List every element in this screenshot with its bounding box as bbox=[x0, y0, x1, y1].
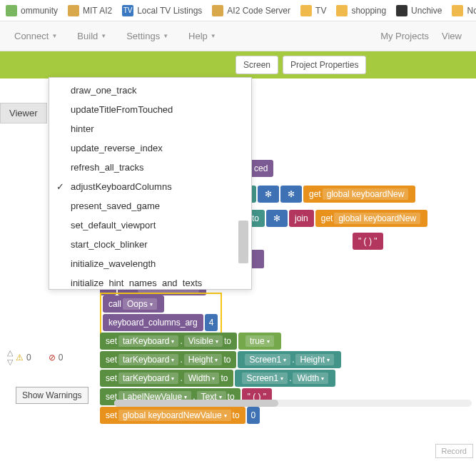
dropdown-list[interactable]: draw_one_track updateTitleFromTouched hi… bbox=[49, 81, 251, 286]
block-arg[interactable]: keyboard_columns_arg bbox=[103, 314, 203, 331]
bookmark-item[interactable]: No bbox=[452, 5, 476, 16]
menu-build[interactable]: Build ▼ bbox=[77, 31, 106, 41]
menu-help[interactable]: Help ▼ bbox=[188, 31, 216, 41]
dropdown-field[interactable]: Oops▾ bbox=[123, 298, 157, 310]
scrollbar-thumb[interactable] bbox=[114, 400, 278, 407]
dropdown-field[interactable]: Width▾ bbox=[293, 373, 328, 384]
dropdown-item[interactable]: draw_one_track bbox=[49, 81, 251, 100]
caret-down-icon: ▼ bbox=[211, 33, 216, 39]
highlighted-block-group[interactable]: call Oops▾ keyboard_columns_arg 4 bbox=[100, 293, 222, 335]
bookmark-item[interactable]: ommunity bbox=[6, 5, 58, 16]
menu-label: Build bbox=[77, 31, 98, 41]
folder-icon bbox=[336, 5, 348, 16]
bookmark-item[interactable]: AI2 Code Server bbox=[212, 5, 290, 16]
dropdown-item[interactable]: update_reverse_index bbox=[49, 138, 251, 158]
gear-icon[interactable]: ✻ bbox=[258, 186, 279, 203]
project-properties-button[interactable]: Project Properties bbox=[283, 56, 366, 74]
error-icon: ⊘ bbox=[49, 353, 56, 363]
dropdown-field[interactable]: global keyboardNewValue▾ bbox=[118, 410, 231, 421]
dropdown-item[interactable]: initialize_hint_names_and_texts bbox=[49, 273, 251, 286]
block-get[interactable]: get global keyboardNew bbox=[303, 186, 415, 203]
dropdown-item[interactable]: updateTitleFromTouched bbox=[49, 100, 251, 119]
block-string-literal[interactable]: " ( ) " bbox=[353, 233, 383, 250]
bookmark-label: AI2 Code Server bbox=[227, 6, 290, 16]
block-boolean[interactable]: true▾ bbox=[238, 333, 281, 350]
dropdown-field[interactable]: Height▾ bbox=[184, 354, 223, 365]
dropdown-field[interactable]: tarKeyboard▾ bbox=[118, 354, 178, 365]
dropdown-item[interactable]: present_saved_game bbox=[49, 196, 251, 216]
gear-icon[interactable]: ✻ bbox=[266, 210, 288, 227]
bookmark-label: ommunity bbox=[21, 6, 58, 16]
menu-connect[interactable]: Connect ▼ bbox=[14, 31, 57, 41]
bookmark-item[interactable]: Unchive bbox=[396, 5, 442, 16]
warning-icon: ⚠ bbox=[16, 353, 24, 363]
bookmark-item[interactable]: shopping bbox=[336, 5, 386, 16]
block-set[interactable]: set tarKeyboard▾. Height▾ to bbox=[100, 351, 236, 368]
block-stub[interactable]: ced bbox=[248, 160, 273, 177]
procedure-dropdown: draw_one_track updateTitleFromTouched hi… bbox=[49, 77, 252, 290]
dropdown-field[interactable]: Width▾ bbox=[184, 373, 220, 384]
bookmark-label: TV bbox=[315, 6, 326, 16]
arrow-down-icon[interactable]: ▽ bbox=[7, 358, 13, 367]
menu-label: Connect bbox=[14, 31, 49, 41]
bookmark-label: Local TV Listings bbox=[137, 6, 202, 16]
ai2-icon bbox=[212, 5, 223, 16]
ai2-icon bbox=[68, 5, 79, 16]
menu-label: Help bbox=[188, 31, 208, 41]
menu-label: Settings bbox=[126, 31, 160, 41]
bookmark-item[interactable]: TVLocal TV Listings bbox=[122, 5, 202, 16]
dropdown-item[interactable]: hinter bbox=[49, 119, 251, 138]
warning-count: 0 bbox=[26, 353, 31, 363]
block-property[interactable]: Screen1▾. Height▾ bbox=[238, 351, 341, 368]
bookmark-label: Unchive bbox=[411, 6, 442, 16]
show-warnings-button[interactable]: Show Warnings bbox=[16, 387, 88, 404]
error-count: 0 bbox=[59, 353, 64, 363]
block-number[interactable]: 0 bbox=[247, 407, 260, 424]
bookmark-label: MIT AI2 bbox=[83, 6, 112, 16]
gear-icon[interactable]: ✻ bbox=[280, 186, 302, 203]
horizontal-scrollbar[interactable] bbox=[114, 400, 472, 407]
dropdown-field[interactable]: tarKeyboard▾ bbox=[118, 373, 178, 384]
star-icon bbox=[6, 5, 17, 16]
menu-bar: Connect ▼ Build ▼ Settings ▼ Help ▼ My P… bbox=[0, 21, 476, 51]
block-set[interactable]: set tarKeyboard▾. Width▾ to bbox=[100, 370, 233, 387]
menu-settings[interactable]: Settings ▼ bbox=[126, 31, 168, 41]
block-call[interactable]: call Oops▾ bbox=[103, 295, 164, 313]
block-set[interactable]: set tarKeyboard▾. Visible▾ to bbox=[100, 333, 237, 350]
toolbar-green: Screen Project Properties bbox=[0, 51, 476, 78]
block-property[interactable]: Screen1▾. Width▾ bbox=[235, 370, 335, 387]
dropdown-item[interactable]: initialize_wavelength bbox=[49, 254, 251, 273]
dropdown-item[interactable]: set_default_viewport bbox=[49, 216, 251, 235]
dropdown-field[interactable]: Visible▾ bbox=[184, 335, 223, 347]
bookmark-item[interactable]: TV bbox=[300, 5, 326, 16]
bookmark-label: No bbox=[467, 6, 476, 16]
dropdown-field[interactable]: Screen1▾ bbox=[242, 373, 288, 384]
block-number[interactable]: 4 bbox=[205, 314, 218, 331]
dropdown-field[interactable]: Height▾ bbox=[295, 354, 334, 365]
dropdown-item[interactable]: refresh_all_tracks bbox=[49, 158, 251, 177]
warnings-nav: △▽ ⚠ 0 ⊘ 0 bbox=[7, 348, 63, 367]
record-button[interactable]: Record bbox=[435, 444, 473, 458]
dropdown-item[interactable]: start_clock_blinker bbox=[49, 235, 251, 254]
caret-down-icon: ▼ bbox=[101, 33, 106, 39]
caret-down-icon: ▼ bbox=[163, 33, 168, 39]
shield-icon bbox=[452, 5, 463, 16]
bookmarks-bar: ommunity MIT AI2 TVLocal TV Listings AI2… bbox=[0, 0, 476, 21]
bookmark-label: shopping bbox=[351, 6, 386, 16]
dropdown-field[interactable]: Screen1▾ bbox=[245, 354, 290, 365]
tv-icon: TV bbox=[122, 5, 133, 16]
bookmark-item[interactable]: MIT AI2 bbox=[68, 5, 112, 16]
block-join[interactable]: join bbox=[289, 210, 314, 227]
menu-my-projects[interactable]: My Projects bbox=[380, 31, 429, 41]
dropdown-scrollbar[interactable] bbox=[238, 221, 248, 263]
dropdown-field[interactable]: tarKeyboard▾ bbox=[118, 335, 178, 347]
menu-view[interactable]: View bbox=[442, 31, 462, 41]
folder-icon bbox=[300, 5, 312, 16]
block-get[interactable]: get global keyboardNew bbox=[315, 210, 427, 227]
block-set-global[interactable]: set global keyboardNewValue▾ to bbox=[100, 407, 245, 424]
viewer-tab[interactable]: Viewer bbox=[0, 103, 47, 123]
screen-button[interactable]: Screen bbox=[236, 56, 278, 74]
arrow-up-icon[interactable]: △ bbox=[7, 348, 13, 358]
puzzle-icon bbox=[396, 5, 407, 16]
dropdown-item-selected[interactable]: adjustKeyboardColumns bbox=[49, 177, 251, 196]
